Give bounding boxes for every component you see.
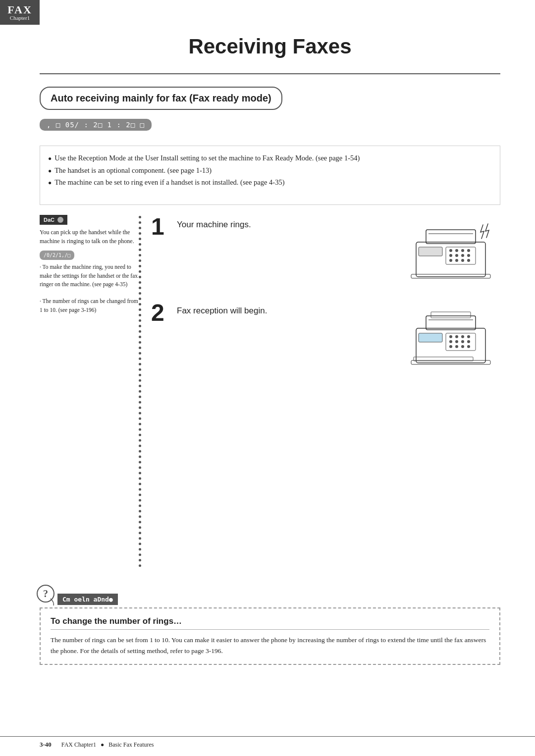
related-icon-area: ? Cm oeln aDnd● [36, 584, 118, 606]
svg-point-10 [461, 254, 464, 257]
bullet-item: Use the Reception Mode at the User Insta… [48, 152, 492, 164]
fax-machine-svg-2 [401, 301, 500, 370]
svg-rect-16 [419, 247, 442, 256]
svg-rect-17 [411, 274, 490, 278]
svg-point-29 [461, 340, 464, 343]
svg-point-11 [467, 254, 470, 257]
footer-page-number: 3-40 [40, 741, 52, 749]
svg-point-12 [449, 259, 452, 262]
page-content: Receiving Faxes Auto receiving mainly fo… [0, 0, 535, 695]
svg-point-24 [455, 335, 458, 338]
step-1-text: Your machine rings. [177, 215, 251, 230]
section-divider [40, 73, 500, 74]
svg-point-30 [467, 340, 470, 343]
related-text: The number of rings can be set from 1 to… [51, 635, 489, 656]
svg-point-27 [449, 340, 452, 343]
main-grid: DaC You can pick up the handset while th… [40, 215, 500, 568]
svg-point-7 [467, 249, 470, 252]
svg-point-33 [461, 345, 464, 348]
sub-label: /0/2/1,/□ [40, 251, 74, 260]
svg-point-32 [455, 345, 458, 348]
steps-column: 1 Your machine rings. [141, 215, 500, 568]
svg-point-34 [467, 345, 470, 348]
related-title: To change the number of rings… [51, 616, 489, 630]
svg-point-15 [467, 259, 470, 262]
step-2-number: 2 [151, 301, 171, 325]
step-1: 1 Your machine rings. [151, 215, 500, 286]
section-header: Auto receiving mainly for fax (Fax ready… [40, 87, 282, 110]
note-text: You can pick up the handset while the ma… [40, 228, 139, 246]
svg-point-31 [449, 345, 452, 348]
circle-icon [57, 217, 63, 223]
question-mark-icon: ? [36, 584, 55, 606]
bullet-item: The handset is an optional component. (s… [48, 164, 492, 177]
step-2: 2 Fax reception will begin. [151, 301, 500, 372]
page-title: Receiving Faxes [40, 35, 500, 58]
sidebar-notes: DaC You can pick up the handset while th… [40, 215, 139, 568]
footer-text: FAX Chapter1 ● Basic Fax Features [61, 741, 154, 749]
svg-point-4 [449, 249, 452, 252]
svg-point-14 [461, 259, 464, 262]
fax-machine-svg-1 [401, 215, 500, 284]
svg-point-13 [455, 259, 458, 262]
svg-text:?: ? [43, 588, 48, 599]
sub-note-1: · To make the machine ring, you need to … [40, 263, 139, 314]
svg-point-8 [449, 254, 452, 257]
bullet-list: Use the Reception Mode at the User Insta… [48, 152, 492, 189]
svg-point-9 [455, 254, 458, 257]
page-footer: 3-40 FAX Chapter1 ● Basic Fax Features [0, 736, 535, 749]
note-label: DaC [40, 215, 67, 225]
info-box: Use the Reception Mode at the User Insta… [40, 146, 500, 205]
svg-point-25 [461, 335, 464, 338]
related-box: To change the number of rings… The numbe… [40, 607, 500, 665]
svg-point-23 [449, 335, 452, 338]
mode-bar: , □ 05/ : 2□ 1 : 2□ □ [40, 119, 152, 131]
fax-illustration-2 [401, 301, 500, 372]
svg-point-6 [461, 249, 464, 252]
step-2-text: Fax reception will begin. [177, 301, 267, 316]
svg-rect-20 [431, 312, 471, 318]
related-label: Cm oeln aDnd● [57, 594, 118, 605]
related-section: ? Cm oeln aDnd● To change the number of … [40, 607, 500, 665]
svg-rect-1 [426, 230, 476, 244]
svg-point-5 [455, 249, 458, 252]
fax-illustration-1 [401, 215, 500, 286]
step-1-number: 1 [151, 215, 171, 239]
svg-point-26 [467, 335, 470, 338]
svg-rect-35 [419, 333, 442, 342]
svg-point-28 [455, 340, 458, 343]
bullet-item: The machine can be set to ring even if a… [48, 176, 492, 189]
